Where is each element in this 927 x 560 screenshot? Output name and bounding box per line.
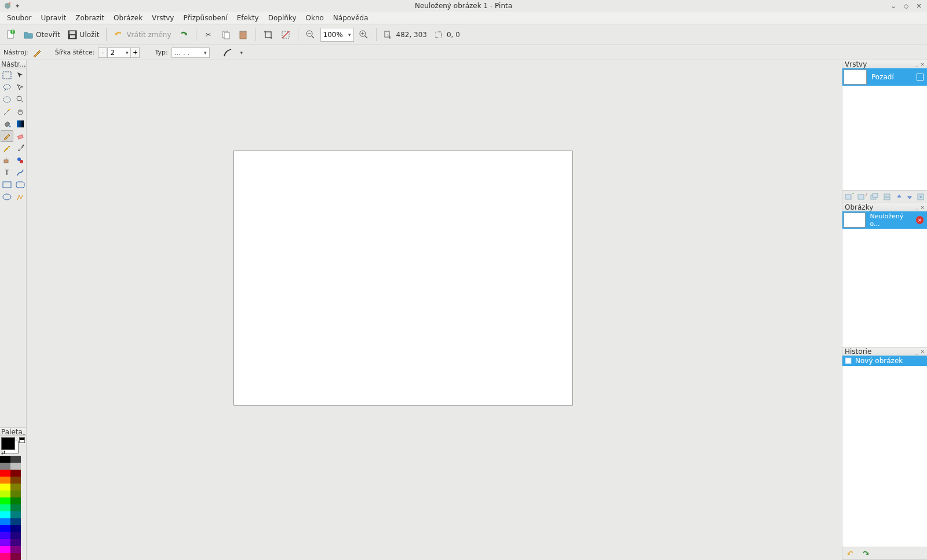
open-button[interactable]: Otevřít bbox=[21, 27, 63, 42]
tool-ellipse[interactable] bbox=[1, 191, 13, 203]
merge-layer-button[interactable] bbox=[883, 192, 892, 202]
brush-width-spinner[interactable]: - 2▾ + bbox=[98, 47, 140, 58]
minimize-icon[interactable]: ⌄ bbox=[890, 2, 897, 9]
layer-up-button[interactable] bbox=[896, 192, 903, 202]
layer-row[interactable]: Pozadí bbox=[842, 68, 927, 86]
history-row[interactable]: Nový obrázek bbox=[842, 356, 927, 366]
canvas-area[interactable] bbox=[27, 60, 842, 560]
close-icon[interactable]: ✕ bbox=[915, 2, 922, 9]
history-redo-button[interactable] bbox=[861, 550, 870, 558]
menu-obrazek[interactable]: Obrázek bbox=[109, 13, 147, 23]
palette-swatch[interactable] bbox=[0, 532, 10, 539]
history-undo-button[interactable] bbox=[846, 550, 855, 558]
primary-secondary-swatch[interactable]: ⇄ bbox=[0, 436, 26, 456]
duplicate-layer-button[interactable] bbox=[870, 192, 879, 202]
close-panel-icon[interactable]: × bbox=[920, 61, 925, 67]
tool-freeform[interactable] bbox=[14, 191, 27, 203]
palette-swatch[interactable] bbox=[10, 491, 21, 497]
pin-icon[interactable]: ✦ bbox=[14, 2, 21, 9]
palette-swatch[interactable] bbox=[0, 484, 10, 491]
tool-text[interactable]: T bbox=[1, 167, 13, 178]
maximize-icon[interactable]: ◇ bbox=[903, 2, 910, 9]
redo-button[interactable] bbox=[176, 27, 191, 42]
tool-eraser[interactable] bbox=[14, 130, 27, 142]
tool-color-picker[interactable] bbox=[14, 142, 27, 154]
palette-swatch[interactable] bbox=[10, 484, 21, 491]
palette-swatch[interactable] bbox=[0, 477, 10, 484]
brush-increment[interactable]: + bbox=[130, 47, 140, 58]
menu-zobrazit[interactable]: Zobrazit bbox=[71, 13, 109, 23]
palette-swatch[interactable] bbox=[10, 470, 21, 477]
images-panel-header[interactable]: Obrázky_× bbox=[842, 203, 927, 211]
tool-ellipse-select[interactable] bbox=[1, 94, 13, 105]
zoom-in-button[interactable] bbox=[356, 27, 371, 42]
menu-upravit[interactable]: Upravit bbox=[36, 13, 71, 23]
menu-efekty[interactable]: Efekty bbox=[232, 13, 264, 23]
add-layer-button[interactable]: + bbox=[845, 192, 854, 202]
tool-clone[interactable] bbox=[1, 155, 13, 166]
palette-swatch[interactable] bbox=[0, 518, 10, 525]
zoom-out-button[interactable] bbox=[303, 27, 318, 42]
palette-swatch[interactable] bbox=[0, 525, 10, 532]
palette-swatch[interactable] bbox=[0, 511, 10, 518]
tool-gradient[interactable] bbox=[14, 118, 27, 130]
tools-panel-header[interactable]: Nástr..._ bbox=[0, 60, 26, 68]
tool-rectangle[interactable] bbox=[1, 179, 13, 191]
primary-color[interactable] bbox=[1, 437, 15, 450]
mini-swatch-icon[interactable] bbox=[19, 437, 25, 443]
tool-rounded-rect[interactable] bbox=[14, 179, 27, 191]
layer-properties-button[interactable] bbox=[917, 192, 925, 202]
palette-swatch[interactable] bbox=[10, 539, 21, 546]
zoom-combo[interactable]: 100%▾ bbox=[320, 28, 354, 42]
brush-decrement[interactable]: - bbox=[98, 47, 107, 58]
minimize-panel-icon[interactable]: _ bbox=[915, 61, 918, 67]
tool-move-pixels[interactable] bbox=[14, 82, 27, 93]
tool-rect-select[interactable] bbox=[1, 69, 13, 81]
palette-swatch[interactable] bbox=[0, 546, 10, 553]
palette-swatch[interactable] bbox=[10, 546, 21, 553]
close-panel-icon[interactable]: × bbox=[920, 349, 925, 354]
image-row[interactable]: Neuložený o... × bbox=[842, 211, 927, 229]
palette-swatch[interactable] bbox=[0, 456, 10, 463]
delete-layer-button[interactable]: × bbox=[857, 192, 867, 202]
palette-swatch[interactable] bbox=[0, 470, 10, 477]
palette-swatch[interactable] bbox=[0, 504, 10, 511]
minimize-panel-icon[interactable]: _ bbox=[915, 349, 918, 354]
canvas[interactable] bbox=[233, 151, 572, 405]
menu-prizpusobeni[interactable]: Přizpůsobení bbox=[178, 13, 232, 23]
save-button[interactable]: Uložit bbox=[65, 27, 102, 42]
paste-button[interactable] bbox=[236, 27, 251, 42]
antialias-button[interactable] bbox=[222, 47, 233, 58]
palette-swatch[interactable] bbox=[10, 477, 21, 484]
palette-swatch[interactable] bbox=[0, 553, 10, 560]
crop-button[interactable] bbox=[261, 27, 276, 42]
antialias-dropdown[interactable]: ▾ bbox=[236, 47, 247, 58]
palette-swatch[interactable] bbox=[10, 525, 21, 532]
layer-visible-checkbox[interactable] bbox=[917, 74, 924, 80]
tool-pencil[interactable] bbox=[1, 142, 13, 154]
palette-swatch[interactable] bbox=[10, 553, 21, 560]
palette-swatch[interactable] bbox=[10, 504, 21, 511]
swap-colors-icon[interactable]: ⇄ bbox=[1, 450, 6, 456]
history-panel-header[interactable]: Historie_× bbox=[842, 347, 927, 356]
new-file-button[interactable]: + bbox=[3, 27, 19, 42]
menu-doplnky[interactable]: Doplňky bbox=[264, 13, 301, 23]
menu-okno[interactable]: Okno bbox=[301, 13, 328, 23]
tool-wand[interactable] bbox=[1, 106, 13, 118]
tool-lasso[interactable] bbox=[1, 82, 13, 93]
tool-brush[interactable] bbox=[1, 130, 13, 142]
palette-swatch[interactable] bbox=[0, 491, 10, 497]
close-image-button[interactable]: × bbox=[916, 216, 924, 224]
brush-width-value[interactable]: 2▾ bbox=[107, 47, 130, 58]
palette-swatch[interactable] bbox=[0, 539, 10, 546]
tool-line[interactable] bbox=[14, 167, 27, 178]
layer-down-button[interactable] bbox=[906, 192, 913, 202]
palette-panel-header[interactable]: Paleta_ bbox=[0, 428, 26, 436]
palette-swatch[interactable] bbox=[10, 497, 21, 504]
palette-swatch[interactable] bbox=[10, 511, 21, 518]
close-panel-icon[interactable]: × bbox=[920, 204, 925, 210]
menu-napoveda[interactable]: Nápověda bbox=[329, 13, 373, 23]
tool-pan[interactable] bbox=[14, 106, 27, 118]
palette-swatch[interactable] bbox=[10, 518, 21, 525]
palette-swatch[interactable] bbox=[0, 463, 10, 470]
